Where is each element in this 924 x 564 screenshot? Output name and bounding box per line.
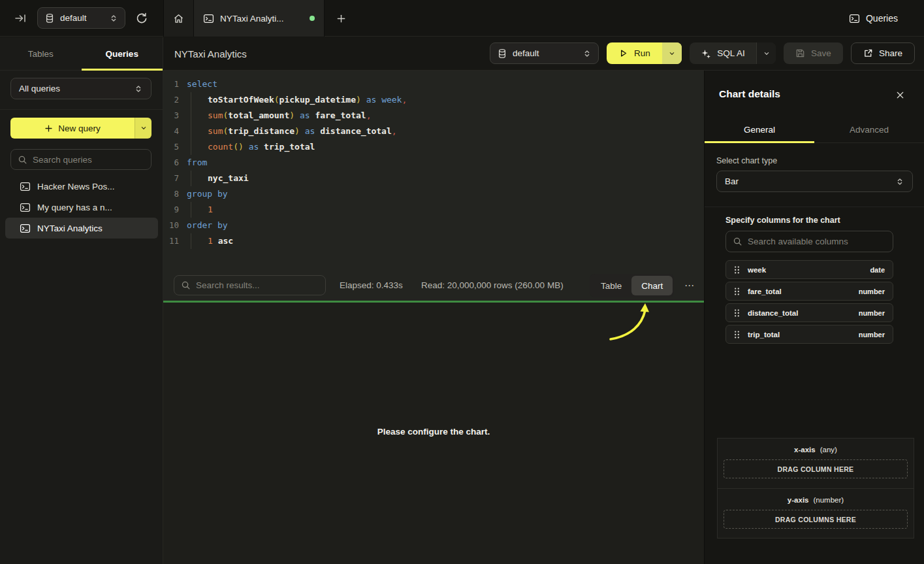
column-type: number — [859, 288, 885, 295]
new-query-label: New query — [58, 124, 101, 133]
sidebar-tab-queries[interactable]: Queries — [82, 37, 163, 70]
y-axis-hint: (number) — [813, 496, 844, 504]
sidebar-tab-tables[interactable]: Tables — [0, 37, 82, 70]
chevron-updown-icon — [109, 14, 118, 23]
run-button[interactable]: Run — [607, 42, 682, 64]
code-line: 4sum(trip_distance) as distance_total, — [163, 124, 704, 139]
drag-handle-icon[interactable] — [734, 266, 740, 274]
table-view-tab[interactable]: Table — [591, 276, 631, 295]
topbar-database-value: default — [60, 13, 104, 23]
results-more-menu[interactable]: ⋯ — [681, 278, 698, 293]
query-list-item[interactable]: NYTaxi Analytics — [5, 218, 158, 239]
code-line: 111 asc — [163, 233, 704, 249]
x-axis-drop-zone[interactable]: DRAG COLUMN HERE — [724, 459, 908, 478]
share-icon — [863, 48, 873, 58]
query-search-input[interactable] — [33, 155, 144, 165]
topbar-database-select[interactable]: default — [37, 7, 125, 29]
sql-editor[interactable]: 1select2toStartOfWeek(pickup_datetime) a… — [163, 71, 704, 271]
sidebar: Tables Queries All queries New query — [0, 37, 163, 564]
drag-handle-icon[interactable] — [734, 309, 740, 317]
y-axis-drop-zone[interactable]: DRAG COLUMNS HERE — [724, 510, 908, 529]
chart-view-tab[interactable]: Chart — [631, 276, 673, 295]
new-query-button[interactable]: New query — [10, 118, 151, 139]
query-filter-select[interactable]: All queries — [10, 78, 151, 99]
column-name: week — [748, 266, 862, 274]
tab-strip: NYTaxi Analyti... — [163, 0, 357, 37]
x-axis-hint: (any) — [820, 446, 837, 454]
axis-configuration: x-axis(any) DRAG COLUMN HERE y-axis(numb… — [717, 438, 914, 539]
sql-ai-button[interactable]: SQL AI — [690, 42, 776, 64]
drag-handle-icon[interactable] — [734, 288, 740, 295]
chart-details-title: Chart details — [719, 88, 780, 100]
results-search — [174, 275, 326, 295]
chart-type-select[interactable]: Bar — [716, 171, 913, 192]
collapse-sidebar-icon[interactable] — [14, 12, 27, 24]
code-line: 2toStartOfWeek(pickup_datetime) as week, — [163, 92, 704, 108]
chart-details-panel: Chart details General Advanced Select ch… — [704, 71, 924, 564]
results-search-input[interactable] — [196, 280, 319, 290]
run-label: Run — [634, 48, 650, 58]
topbar-queries-label: Queries — [866, 13, 898, 24]
query-item-label: NYTaxi Analytics — [37, 224, 103, 233]
terminal-icon — [20, 223, 31, 234]
query-title: NYTaxi Analytics — [174, 48, 247, 59]
column-row[interactable]: weekdate — [725, 260, 893, 279]
results-view-toggle: Table Chart — [590, 274, 674, 297]
chevron-updown-icon — [582, 49, 592, 58]
columns-search-input[interactable] — [748, 237, 886, 246]
close-icon[interactable] — [894, 89, 906, 101]
code-line: 8group by — [163, 186, 704, 202]
plus-icon — [44, 124, 53, 133]
sidebar-divider — [0, 109, 163, 110]
editor-lines: 1select2toStartOfWeek(pickup_datetime) a… — [163, 76, 704, 249]
new-query-dropdown[interactable] — [135, 118, 151, 139]
topbar-queries-link[interactable]: Queries — [849, 0, 898, 37]
x-axis-section: x-axis(any) DRAG COLUMN HERE — [718, 439, 914, 488]
save-label: Save — [811, 48, 831, 58]
new-tab-button[interactable] — [325, 0, 357, 37]
query-list-item[interactable]: Hacker News Pos... — [5, 176, 158, 197]
query-item-label: Hacker News Pos... — [37, 182, 115, 191]
line-number: 3 — [163, 108, 187, 124]
query-list-item[interactable]: My query has a n... — [5, 197, 158, 218]
unsaved-changes-dot — [310, 16, 315, 21]
line-number: 7 — [163, 171, 187, 186]
play-icon — [618, 48, 628, 58]
column-row[interactable]: trip_totalnumber — [725, 325, 893, 344]
save-button[interactable]: Save — [784, 42, 843, 64]
header-database-select[interactable]: default — [490, 42, 599, 64]
results-toolbar: Elapsed: 0.433s Read: 20,000,000 rows (2… — [163, 271, 704, 301]
chart-area: Please configure the chart. — [163, 303, 704, 564]
column-name: fare_total — [748, 288, 851, 295]
code-line: 5count() as trip_total — [163, 139, 704, 155]
rows-read: Read: 20,000,000 rows (260.00 MB) — [421, 280, 564, 290]
column-row[interactable]: distance_totalnumber — [725, 303, 893, 322]
query-header: NYTaxi Analytics default Run — [163, 37, 924, 71]
tab-general[interactable]: General — [705, 117, 814, 142]
query-search — [10, 149, 151, 170]
line-number: 9 — [163, 202, 187, 218]
y-axis-label: y-axis — [788, 496, 809, 504]
topbar: default NYTaxi Analyti... — [0, 0, 924, 37]
tab-advanced[interactable]: Advanced — [814, 117, 924, 142]
line-number: 4 — [163, 124, 187, 139]
query-list: Hacker News Pos...My query has a n...NYT… — [5, 176, 158, 239]
header-database-value: default — [513, 48, 577, 58]
terminal-icon — [849, 13, 860, 24]
terminal-icon — [203, 13, 214, 24]
run-options-dropdown[interactable] — [662, 42, 682, 64]
annotation-arrow-icon — [606, 303, 658, 343]
share-button[interactable]: Share — [851, 42, 915, 64]
home-tab[interactable] — [163, 0, 194, 37]
refresh-icon[interactable] — [135, 11, 149, 25]
elapsed-time: Elapsed: 0.433s — [340, 280, 403, 290]
database-icon — [44, 13, 55, 24]
chart-type-label: Select chart type — [716, 156, 777, 165]
sql-ai-dropdown[interactable] — [756, 42, 776, 64]
active-query-tab[interactable]: NYTaxi Analyti... — [194, 0, 325, 37]
column-row[interactable]: fare_totalnumber — [725, 282, 893, 301]
chart-type-value: Bar — [725, 176, 895, 186]
column-name: distance_total — [748, 309, 851, 317]
code-line: 10order by — [163, 218, 704, 233]
drag-handle-icon[interactable] — [734, 331, 740, 339]
